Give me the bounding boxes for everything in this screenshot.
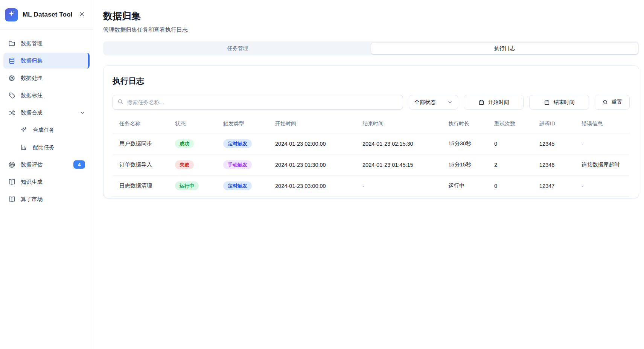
sidebar-item-label: 配比任务 xyxy=(33,144,85,151)
start-time-cell: 2024-01-23 01:30:00 xyxy=(272,154,359,175)
column-header-trigger-type: 触发类型 xyxy=(220,117,272,133)
sidebar-item-label: 合成任务 xyxy=(33,126,85,134)
close-sidebar-button[interactable] xyxy=(77,10,86,19)
end-time-button[interactable]: 结束时间 xyxy=(529,95,589,110)
execution-logs-table: 任务名称 状态 触发类型 开始时间 结束时间 执行时长 重试次数 进程ID 错误… xyxy=(113,117,630,197)
sidebar-item-label: 算子市场 xyxy=(21,196,85,203)
sidebar-item-synthesis-tasks[interactable]: 合成任务 xyxy=(3,122,90,138)
chevron-down-icon xyxy=(448,100,452,105)
folder-icon xyxy=(8,40,15,47)
sidebar-header: ML Dataset Tool xyxy=(0,0,93,30)
sidebar-item-data-processing[interactable]: 数据处理 xyxy=(3,70,90,86)
end-time-cell: 2024-01-23 02:15:30 xyxy=(359,133,445,154)
duration-cell: 运行中 xyxy=(445,175,491,197)
column-header-error: 错误信息 xyxy=(579,117,630,133)
column-header-pid: 进程ID xyxy=(536,117,579,133)
end-time-label: 结束时间 xyxy=(554,99,575,106)
error-message-cell: - xyxy=(579,175,630,197)
error-message-cell: - xyxy=(579,133,630,154)
shuffle-icon xyxy=(8,109,15,116)
sidebar-item-label: 数据处理 xyxy=(21,75,85,82)
page-subtitle: 管理数据归集任务和查看执行日志 xyxy=(103,26,639,34)
sidebar-item-operator-market[interactable]: 算子市场 xyxy=(3,191,90,207)
end-time-cell: 2024-01-23 01:45:15 xyxy=(359,154,445,175)
start-time-label: 开始时间 xyxy=(488,99,509,106)
panel-title: 执行日志 xyxy=(113,76,630,86)
sidebar-item-data-annotation[interactable]: 数据标注 xyxy=(3,87,90,103)
column-header-task-name: 任务名称 xyxy=(113,117,172,133)
table-header-row: 任务名称 状态 触发类型 开始时间 结束时间 执行时长 重试次数 进程ID 错误… xyxy=(113,117,630,133)
sidebar-item-data-collection[interactable]: 数据归集 xyxy=(3,53,90,69)
tag-icon xyxy=(8,91,15,99)
sidebar-item-label: 数据合成 xyxy=(21,109,80,116)
error-message-cell: 连接数据库超时 xyxy=(579,154,630,175)
table-row: 用户数据同步 成功 定时触发 2024-01-23 02:00:00 2024-… xyxy=(113,133,630,154)
status-filter-select[interactable]: 全部状态 xyxy=(409,95,458,110)
column-header-status: 状态 xyxy=(172,117,220,133)
sidebar-item-data-evaluation[interactable]: 数据评估 4 xyxy=(3,157,90,172)
status-badge: 失败 xyxy=(175,160,194,169)
column-header-duration: 执行时长 xyxy=(445,117,491,133)
status-badge: 运行中 xyxy=(175,181,199,190)
filter-bar: 全部状态 开始时间 结束时间 xyxy=(113,95,630,110)
status-filter-value: 全部状态 xyxy=(414,99,435,106)
reset-label: 重置 xyxy=(612,99,622,106)
tab-task-management[interactable]: 任务管理 xyxy=(104,43,371,54)
chevron-down-icon xyxy=(80,110,85,115)
start-time-button[interactable]: 开始时间 xyxy=(464,95,524,110)
main-content: 数据归集 管理数据归集任务和查看执行日志 任务管理 执行日志 执行日志 全部状态 xyxy=(93,0,644,349)
sidebar-item-label: 知识生成 xyxy=(21,178,85,186)
target-icon xyxy=(8,161,15,168)
sidebar-item-knowledge-generation[interactable]: 知识生成 xyxy=(3,174,90,190)
sidebar-item-label: 数据管理 xyxy=(21,40,85,47)
retries-cell: 0 xyxy=(491,133,536,154)
start-time-cell: 2024-01-23 02:00:00 xyxy=(272,133,359,154)
table-row: 日志数据清理 运行中 定时触发 2024-01-23 03:00:00 - 运行… xyxy=(113,175,630,197)
duration-cell: 15分30秒 xyxy=(445,133,491,154)
end-time-cell: - xyxy=(359,175,445,197)
start-time-cell: 2024-01-23 03:00:00 xyxy=(272,175,359,197)
evaluation-count-badge: 4 xyxy=(73,160,85,169)
sidebar-nav: 数据管理 数据归集 数据处理 数据标注 数据合成 xyxy=(0,30,93,349)
book-icon xyxy=(8,178,15,186)
sparkles-icon xyxy=(20,126,27,134)
pid-cell: 12346 xyxy=(536,154,579,175)
reset-button[interactable]: 重置 xyxy=(595,95,630,110)
task-name-cell: 订单数据导入 xyxy=(113,154,172,175)
retries-cell: 0 xyxy=(491,175,536,197)
pid-cell: 12345 xyxy=(536,133,579,154)
pid-cell: 12347 xyxy=(536,175,579,197)
calendar-icon xyxy=(544,99,550,105)
table-row: 订单数据导入 失败 手动触发 2024-01-23 01:30:00 2024-… xyxy=(113,154,630,175)
trigger-type-badge: 定时触发 xyxy=(223,139,252,148)
reset-icon xyxy=(602,99,608,105)
sidebar-item-data-synthesis[interactable]: 数据合成 xyxy=(3,105,90,120)
sidebar-item-label: 数据标注 xyxy=(21,92,85,99)
execution-logs-panel: 执行日志 全部状态 开始时间 xyxy=(103,66,639,198)
search-input[interactable] xyxy=(127,99,398,105)
tab-execution-logs[interactable]: 执行日志 xyxy=(371,43,638,54)
search-icon xyxy=(117,99,123,106)
sidebar-item-label: 数据评估 xyxy=(21,161,73,168)
sidebar-item-label: 数据归集 xyxy=(21,57,84,64)
gear-icon xyxy=(8,74,15,82)
retries-cell: 2 xyxy=(491,154,536,175)
sparkles-logo-icon xyxy=(8,10,15,19)
duration-cell: 15分15秒 xyxy=(445,154,491,175)
close-icon xyxy=(79,11,85,18)
column-header-end-time: 结束时间 xyxy=(359,117,445,133)
task-name-cell: 日志数据清理 xyxy=(113,175,172,197)
sidebar-item-data-management[interactable]: 数据管理 xyxy=(3,35,90,51)
task-name-cell: 用户数据同步 xyxy=(113,133,172,154)
book-icon xyxy=(8,195,15,203)
search-box xyxy=(113,95,403,110)
tab-bar: 任务管理 执行日志 xyxy=(103,41,639,55)
database-icon xyxy=(8,57,15,64)
trigger-type-badge: 手动触发 xyxy=(223,160,252,169)
bar-chart-icon xyxy=(20,143,27,151)
status-badge: 成功 xyxy=(175,139,194,148)
sidebar-item-ratio-tasks[interactable]: 配比任务 xyxy=(3,139,90,155)
calendar-icon xyxy=(478,99,484,105)
app-title: ML Dataset Tool xyxy=(23,11,77,18)
column-header-retries: 重试次数 xyxy=(491,117,536,133)
